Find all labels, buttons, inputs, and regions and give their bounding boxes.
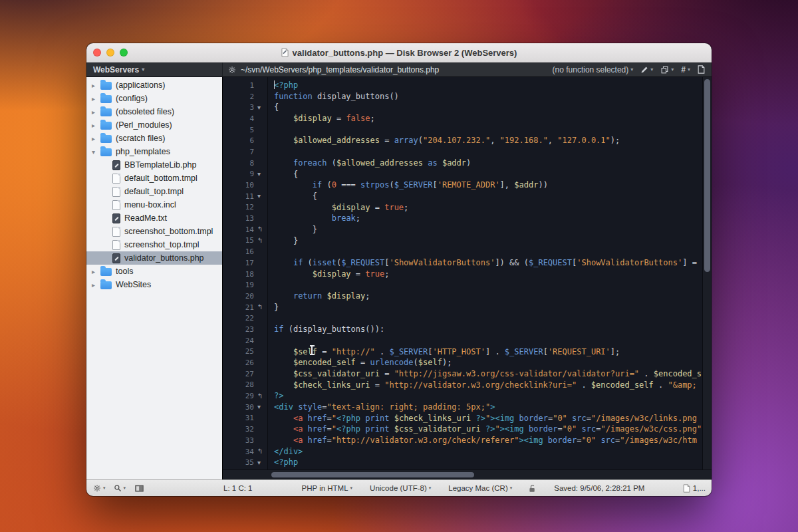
root-folder-popup[interactable]: WebServers ▾ bbox=[86, 63, 223, 76]
tree-item-label: (obsoleted files) bbox=[116, 107, 174, 116]
code-line[interactable]: break; bbox=[274, 213, 702, 224]
code-line[interactable]: <?php bbox=[274, 80, 702, 91]
disclosure-triangle-icon[interactable]: ▾ bbox=[92, 148, 100, 156]
tree-item-label: screenshot_top.tmpl bbox=[124, 240, 200, 249]
tree-item[interactable]: default_top.tmpl bbox=[86, 185, 222, 198]
code-line[interactable]: $display = true; bbox=[274, 202, 702, 213]
tree-item[interactable]: default_bottom.tmpl bbox=[86, 172, 222, 185]
code-line[interactable]: { bbox=[274, 169, 702, 180]
tree-item[interactable]: screenshot_bottom.tmpl bbox=[86, 225, 222, 238]
tree-item[interactable]: ▸tools bbox=[86, 265, 222, 278]
chevron-down-icon: ▾ bbox=[142, 67, 144, 72]
code-line[interactable]: foreach ($allowed_addresses as $addr) bbox=[274, 158, 702, 169]
code-line[interactable]: } bbox=[274, 302, 702, 313]
code-line[interactable]: <a href="<?php print $check_links_uri ?>… bbox=[274, 413, 702, 424]
fold-triangle-icon[interactable]: ▾ bbox=[257, 171, 267, 178]
fold-end-icon: ↰ bbox=[257, 393, 267, 400]
code-line[interactable]: $display = true; bbox=[274, 269, 702, 280]
code-line[interactable]: <?php bbox=[274, 457, 702, 468]
horizontal-scrollbar[interactable] bbox=[223, 469, 712, 479]
code-line[interactable]: ?> bbox=[274, 390, 702, 402]
gear-menu-button[interactable] bbox=[228, 66, 236, 74]
vertical-scrollbar-thumb[interactable] bbox=[704, 79, 710, 272]
chevron-down-icon: ▾ bbox=[103, 485, 106, 491]
window-titlebar[interactable]: validator_buttons.php — Disk Browser 2 (… bbox=[86, 43, 712, 63]
split-pane-button[interactable] bbox=[135, 485, 144, 492]
disclosure-triangle-icon[interactable]: ▸ bbox=[92, 82, 100, 89]
code-area[interactable]: <?phpfunction display_buttons(){ $displa… bbox=[268, 77, 702, 469]
doc-icon bbox=[112, 187, 120, 197]
code-line[interactable]: if (0 === strpos($_SERVER['REMOTE_ADDR']… bbox=[274, 180, 702, 191]
code-line[interactable]: $css_validator_uri = "http://jigsaw.w3.o… bbox=[274, 368, 702, 380]
code-line[interactable]: <div style="text-align: right; padding: … bbox=[274, 402, 702, 413]
tree-item[interactable]: ▸(Perl_modules) bbox=[86, 118, 222, 132]
line-breaks-popup[interactable]: Legacy Mac (CR) ▾ bbox=[448, 484, 512, 492]
statusbar-gear-menu[interactable]: ▾ bbox=[93, 484, 106, 492]
disclosure-triangle-icon[interactable]: ▸ bbox=[92, 135, 100, 142]
code-line[interactable]: $display = false; bbox=[274, 113, 702, 124]
tree-item-label: php_templates bbox=[116, 147, 170, 156]
code-line[interactable] bbox=[274, 313, 702, 324]
code-line[interactable] bbox=[274, 279, 702, 291]
code-line[interactable] bbox=[274, 146, 702, 158]
horizontal-scrollbar-thumb[interactable] bbox=[271, 472, 474, 477]
code-line[interactable]: { bbox=[274, 102, 702, 113]
tree-item[interactable]: validator_buttons.php bbox=[86, 251, 222, 265]
tree-item[interactable]: ReadMe.txt bbox=[86, 211, 222, 225]
symbols-menu-button[interactable]: # ▾ bbox=[681, 65, 690, 74]
code-line[interactable]: <a href="<?php print $css_validator_uri … bbox=[274, 424, 702, 435]
tree-item-label: BBTemplateLib.php bbox=[124, 160, 196, 170]
code-line[interactable]: $self = "http://" . $_SERVER['HTTP_HOST'… bbox=[274, 346, 702, 358]
code-line[interactable] bbox=[274, 124, 702, 136]
code-line[interactable] bbox=[274, 246, 702, 257]
titlebar-document-icon[interactable] bbox=[281, 48, 289, 57]
code-line[interactable]: $allowed_addresses = array("204.107.232.… bbox=[274, 135, 702, 146]
line-number: 8 bbox=[223, 159, 257, 168]
tree-item[interactable]: ▸WebSites bbox=[86, 278, 222, 291]
language-popup[interactable]: PHP in HTML ▾ bbox=[302, 484, 353, 492]
code-line[interactable]: } bbox=[274, 224, 702, 235]
fold-triangle-icon[interactable]: ▾ bbox=[257, 460, 267, 466]
new-document-button[interactable] bbox=[698, 65, 705, 74]
line-number: 9 bbox=[223, 170, 257, 178]
markers-menu-button[interactable]: ▾ bbox=[640, 66, 653, 74]
file-path-popup[interactable]: ~/svn/WebServers/php_templates/validator… bbox=[241, 65, 439, 74]
code-line[interactable]: if (display_buttons()): bbox=[274, 324, 702, 335]
code-line[interactable]: } bbox=[274, 235, 702, 247]
code-line[interactable]: return $display; bbox=[274, 291, 702, 302]
code-line[interactable]: function display_buttons() bbox=[274, 91, 702, 102]
code-line[interactable]: $check_links_uri = "http://validator.w3.… bbox=[274, 380, 702, 391]
disclosure-triangle-icon[interactable]: ▸ bbox=[92, 281, 100, 289]
function-selector-popup[interactable]: (no function selected) ▾ bbox=[553, 65, 634, 74]
code-line[interactable] bbox=[274, 335, 702, 346]
fold-triangle-icon[interactable]: ▾ bbox=[257, 193, 267, 200]
fold-triangle-icon[interactable]: ▾ bbox=[257, 104, 267, 111]
statusbar-search-menu[interactable]: ▾ bbox=[114, 484, 126, 492]
tree-item[interactable]: menu-box.incl bbox=[86, 198, 222, 211]
tree-item-label: default_bottom.tmpl bbox=[124, 174, 198, 183]
tree-item[interactable]: ▸(configs) bbox=[86, 92, 222, 105]
fold-triangle-icon[interactable]: ▾ bbox=[257, 404, 267, 410]
tree-item[interactable]: BBTemplateLib.php bbox=[86, 158, 222, 172]
code-line[interactable]: $encoded_self = urlencode($self); bbox=[274, 357, 702, 368]
tree-item[interactable]: ▸(applications) bbox=[86, 78, 222, 92]
disclosure-triangle-icon[interactable]: ▸ bbox=[92, 95, 100, 102]
encoding-popup[interactable]: Unicode (UTF-8) ▾ bbox=[370, 484, 431, 492]
documents-menu-button[interactable]: ▾ bbox=[660, 66, 674, 74]
tree-item[interactable]: ▸(obsoleted files) bbox=[86, 105, 222, 118]
tree-item[interactable]: ▸(scratch files) bbox=[86, 132, 222, 145]
line-number: 35 bbox=[223, 458, 257, 467]
code-line[interactable]: { bbox=[274, 191, 702, 202]
code-line[interactable]: if (isset($_REQUEST['ShowValidatorButton… bbox=[274, 257, 702, 269]
disclosure-triangle-icon[interactable]: ▸ bbox=[92, 122, 100, 129]
vertical-scrollbar[interactable] bbox=[702, 77, 712, 469]
lock-toggle-button[interactable] bbox=[528, 484, 537, 493]
code-line[interactable]: <a href="http://validator.w3.org/check/r… bbox=[274, 435, 702, 446]
tree-item[interactable]: ▾php_templates bbox=[86, 145, 222, 158]
disclosure-triangle-icon[interactable]: ▸ bbox=[92, 268, 100, 275]
code-line[interactable]: </div> bbox=[274, 446, 702, 458]
line-number: 4 bbox=[223, 114, 257, 123]
disclosure-triangle-icon[interactable]: ▸ bbox=[92, 108, 100, 116]
tree-item[interactable]: screenshot_top.tmpl bbox=[86, 238, 222, 251]
editor-main: 123▾456789▾1011▾121314↰15↰161718192021↰2… bbox=[223, 77, 712, 469]
